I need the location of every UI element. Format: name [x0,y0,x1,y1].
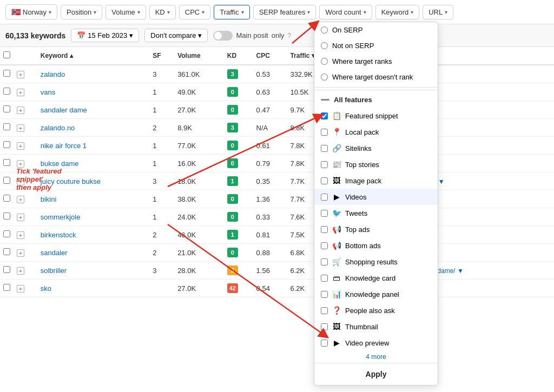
row-checkbox[interactable] [3,195,10,202]
check-sitelinks[interactable] [321,145,328,152]
add-keyword-button[interactable]: + [17,285,24,293]
keyword-link[interactable]: solbriller [41,267,67,275]
check-bottom-ads[interactable] [321,242,328,249]
keyword-link[interactable]: sandaler dame [41,106,87,114]
keyword-link[interactable]: sandaler [41,249,68,257]
kd-filter[interactable]: KD ▾ [149,5,176,19]
check-featured-snippet[interactable] [321,112,328,119]
th-volume[interactable]: Volume [174,47,224,65]
compare-button[interactable]: Don't compare ▾ [144,29,208,42]
th-sf[interactable]: SF [149,47,174,65]
th-keyword[interactable]: Keyword ▴ [37,47,149,65]
norway-filter[interactable]: 🇳🇴 Norway ▾ [5,4,57,19]
add-keyword-button[interactable]: + [17,267,24,275]
dd-check-item-top-stories[interactable]: 📰 Top stories [314,156,438,172]
check-people-also-ask[interactable] [321,307,328,314]
row-checkbox[interactable] [3,88,10,95]
dd-check-item-featured-snippet[interactable]: 📋 Featured snippet [314,108,438,124]
check-local-pack[interactable] [321,129,328,136]
add-keyword-button[interactable]: + [17,71,24,78]
check-tweets[interactable] [321,210,328,217]
keyword-link[interactable]: juicy couture bukse [41,177,101,185]
volume-filter[interactable]: Volume ▾ [105,5,146,19]
main-position-toggle[interactable] [213,31,233,41]
dd-radio-item-where-target-doesnt-rank[interactable]: Where target doesn't rank [314,69,438,85]
keyword-link[interactable]: sommerkjole [41,213,81,221]
dd-check-item-shopping-results[interactable]: 🛒 Shopping results [314,254,438,270]
keyword-link[interactable]: sko [41,284,51,293]
url-filter[interactable]: URL ▾ [423,5,453,19]
add-keyword-button[interactable]: + [17,196,24,203]
traffic-filter[interactable]: Traffic ▾ [214,5,249,19]
add-keyword-button[interactable]: + [17,249,24,257]
add-keyword-button[interactable]: + [17,89,24,96]
th-kd[interactable]: KD [224,47,253,65]
row-checkbox[interactable] [3,70,10,77]
date-button[interactable]: 📅 15 Feb 2023 ▾ [71,29,139,42]
row-sf-cell: 2 [149,226,174,244]
wordcount-filter[interactable]: Word count ▾ [319,5,372,19]
row-checkbox[interactable] [3,141,10,148]
row-checkbox[interactable] [3,159,10,166]
add-keyword-button[interactable]: + [17,214,24,221]
radio-not-on-serp[interactable] [321,42,328,49]
radio-where-target-ranks[interactable] [321,58,328,65]
check-top-stories[interactable] [321,161,328,168]
cpc-filter[interactable]: CPC ▾ [179,5,210,19]
dd-check-item-local-pack[interactable]: 📍 Local pack [314,124,438,140]
dd-check-item-top-ads[interactable]: 📢 Top ads [314,221,438,237]
dd-check-item-sitelinks[interactable]: 🔗 Sitelinks [314,140,438,156]
dd-check-item-videos[interactable]: ▶ Videos [314,189,438,205]
dd-check-item-knowledge-panel[interactable]: 📊 Knowledge panel [314,286,438,302]
row-checkbox[interactable] [3,230,10,237]
add-keyword-button[interactable]: + [17,107,24,114]
dd-check-item-video-preview[interactable]: ▶ Video preview [314,335,438,351]
row-checkbox[interactable] [3,177,10,184]
four-more-link[interactable]: 4 more [314,351,438,363]
select-all-checkbox[interactable] [3,51,10,58]
row-checkbox[interactable] [3,105,10,112]
dd-radio-item-on-serp[interactable]: On SERP [314,22,438,38]
dd-radio-item-where-target-ranks[interactable]: Where target ranks [314,54,438,69]
check-knowledge-panel[interactable] [321,291,328,298]
keyword-link[interactable]: vans [41,88,55,96]
dd-radio-item-not-on-serp[interactable]: Not on SERP [314,38,438,54]
radio-on-serp[interactable] [321,26,328,34]
keyword-link[interactable]: nike air force 1 [41,142,87,150]
keyword-link[interactable]: bikini [41,195,57,203]
row-checkbox-cell [0,101,14,119]
add-keyword-button[interactable]: + [17,160,24,168]
keyword-filter[interactable]: Keyword ▾ [375,5,420,19]
th-cpc[interactable]: CPC [253,47,287,65]
check-knowledge-card[interactable] [321,275,328,282]
check-image-pack[interactable] [321,177,328,184]
check-video-preview[interactable] [321,340,328,347]
row-checkbox[interactable] [3,123,10,130]
add-keyword-button[interactable]: + [17,231,24,239]
dd-check-item-tweets[interactable]: 🐦 Tweets [314,205,438,221]
dd-check-item-people-also-ask[interactable]: ❓ People also ask [314,302,438,318]
dd-check-item-image-pack[interactable]: 🖼 Image pack [314,172,438,189]
radio-where-target-doesnt-rank[interactable] [321,74,328,81]
row-checkbox[interactable] [3,248,10,255]
dd-check-item-bottom-ads[interactable]: 📢 Bottom ads [314,237,438,254]
keyword-link[interactable]: zalando [41,70,65,78]
check-shopping-results[interactable] [321,258,328,265]
keyword-link[interactable]: zalando.no [41,124,75,132]
serp-filter[interactable]: SERP features ▾ [253,5,316,19]
add-keyword-button[interactable]: + [17,124,24,132]
row-checkbox[interactable] [3,212,10,220]
apply-button[interactable]: Apply [357,368,395,381]
keyword-link[interactable]: bukse dame [41,160,79,168]
dd-check-item-thumbnail[interactable]: 🖼 Thumbnail [314,318,438,335]
dd-check-item-knowledge-card[interactable]: 🗃 Knowledge card [314,270,438,286]
check-videos[interactable] [321,194,328,201]
check-thumbnail[interactable] [321,323,328,330]
keyword-link[interactable]: birkenstock [41,231,76,239]
row-checkbox[interactable] [3,266,10,273]
row-checkbox[interactable] [3,284,10,291]
check-top-ads[interactable] [321,226,328,233]
add-keyword-button[interactable]: + [17,142,24,150]
add-keyword-button[interactable]: + [17,178,24,185]
position-filter[interactable]: Position ▾ [61,5,102,19]
